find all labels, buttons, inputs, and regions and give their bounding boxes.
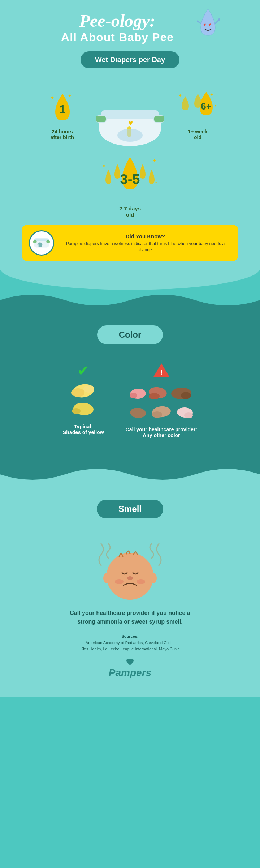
water-drop-mascot: ♥ ♥ <box>195 7 221 36</box>
dyk-title: Did You Know? <box>60 233 231 239</box>
wave-divider-1 <box>0 289 260 311</box>
svg-line-3 <box>215 20 219 23</box>
color-section: Color ✔ Typical: Shades of yel <box>0 311 260 463</box>
typical-column: ✔ Typical: Shades of yellow <box>63 362 104 438</box>
svg-text:✦: ✦ <box>152 158 157 163</box>
smell-section: Smell <box>0 485 260 697</box>
svg-text:✦: ✦ <box>102 163 106 169</box>
svg-line-2 <box>197 21 201 23</box>
svg-rect-14 <box>154 116 164 122</box>
yellow-stains-row2 <box>71 401 96 417</box>
count-right: 6+ ✦ ✦ ✦ 1+ week old <box>175 91 220 140</box>
svg-point-47 <box>184 412 193 418</box>
wet-diapers-badge: Wet Diapers per Day <box>81 51 179 68</box>
svg-point-31 <box>72 388 84 397</box>
svg-point-42 <box>181 392 191 399</box>
svg-point-4 <box>218 18 220 21</box>
warning-icon: ! <box>152 362 170 382</box>
label-24hours: 24 hours after birth <box>51 129 74 140</box>
svg-text:♥: ♥ <box>203 22 206 27</box>
svg-point-45 <box>152 411 162 418</box>
svg-point-52 <box>115 579 124 584</box>
title-script: Pee-ology: <box>61 11 174 31</box>
svg-text:3-5: 3-5 <box>120 172 140 187</box>
svg-text:✦: ✦ <box>178 93 182 98</box>
baby-smell-illustration <box>94 536 166 602</box>
svg-point-43 <box>130 407 146 419</box>
wave-divider-2 <box>0 463 260 485</box>
count-left: ✦ ✦ 1 24 hours after birth <box>40 91 85 140</box>
diaper-icon-small <box>29 230 54 256</box>
svg-rect-13 <box>96 116 106 122</box>
svg-point-49 <box>103 573 112 583</box>
color-grid: ✔ Typical: Shades of yellow <box>7 362 253 438</box>
svg-text:!: ! <box>160 368 162 377</box>
svg-rect-10 <box>101 110 159 119</box>
yellow-stains-row1 <box>71 382 96 398</box>
svg-point-17 <box>117 129 143 142</box>
svg-text:♥: ♥ <box>128 118 133 127</box>
color-badge: Color <box>97 325 163 344</box>
title-bold: All About Baby Pee <box>61 31 174 44</box>
svg-text:1: 1 <box>59 103 66 116</box>
svg-point-38 <box>130 393 137 398</box>
diaper-section: ✦ ✦ 1 24 hours after birth <box>40 83 220 148</box>
svg-text:✦: ✦ <box>155 181 157 185</box>
svg-point-53 <box>136 579 145 584</box>
diaper-image: ♥ <box>85 83 175 148</box>
svg-rect-28 <box>33 240 37 243</box>
svg-point-50 <box>148 573 157 583</box>
typical-label: Typical: Shades of yellow <box>63 424 104 435</box>
svg-text:✦: ✦ <box>68 93 72 98</box>
label-1week: 1+ week old <box>188 129 207 140</box>
svg-point-34 <box>72 408 81 414</box>
svg-text:♥: ♥ <box>208 22 211 27</box>
call-label: Call your healthcare provider: Any other… <box>126 427 197 438</box>
svg-rect-29 <box>46 240 50 243</box>
did-you-know-box: Did You Know? Pampers diapers have a wet… <box>22 225 238 261</box>
svg-text:✦: ✦ <box>214 104 217 108</box>
middle-drops: 3-5 ✦ ✦ ✦ 2-7 days old <box>7 155 253 218</box>
color-stains-row2 <box>129 404 194 420</box>
svg-text:6+: 6+ <box>201 101 212 112</box>
top-section: Pee-ology: All About Baby Pee ♥ ♥ Wet Di… <box>0 0 260 290</box>
call-column: ! <box>126 362 197 438</box>
smell-badge: Smell <box>97 500 163 518</box>
sources: Sources: American Academy of Pediatrics,… <box>7 633 253 653</box>
check-icon: ✔ <box>77 362 90 379</box>
color-stains-row1 <box>129 385 194 401</box>
dyk-content: Did You Know? Pampers diapers have a wet… <box>60 233 231 253</box>
svg-text:✦: ✦ <box>210 92 213 97</box>
pampers-logo: Pampers <box>7 658 253 682</box>
smell-text: Call your healthcare provider if you not… <box>61 609 199 626</box>
dyk-text: Pampers diapers have a wetness indicator… <box>60 241 231 253</box>
svg-text:✦: ✦ <box>50 95 55 101</box>
label-2-7days: 2-7 days old <box>7 205 253 218</box>
svg-text:Pampers: Pampers <box>109 667 151 678</box>
svg-point-51 <box>127 576 133 580</box>
svg-point-40 <box>149 393 160 399</box>
svg-point-32 <box>83 385 94 393</box>
